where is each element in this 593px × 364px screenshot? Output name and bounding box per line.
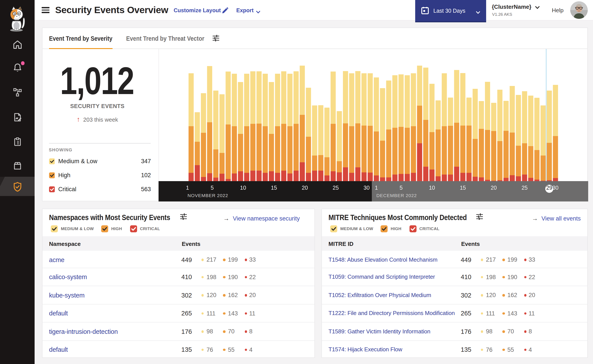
svg-text:25: 25 [333,185,339,191]
svg-text:15: 15 [460,185,466,191]
svg-text:20: 20 [301,185,308,191]
svg-text:1: 1 [186,185,189,191]
svg-text:10: 10 [240,185,246,191]
svg-text:15: 15 [271,185,277,191]
svg-text:30: 30 [552,185,558,191]
svg-text:29: 29 [546,185,552,191]
svg-text:1: 1 [375,185,378,191]
svg-text:5: 5 [400,185,402,191]
svg-text:25: 25 [521,185,527,191]
svg-text:5: 5 [210,185,213,191]
svg-text:10: 10 [429,185,435,191]
svg-text:NOVEMBER 2022: NOVEMBER 2022 [187,193,228,198]
svg-text:20: 20 [491,185,497,191]
svg-text:30: 30 [363,185,369,191]
svg-text:DECEMBER 2022: DECEMBER 2022 [376,193,417,198]
